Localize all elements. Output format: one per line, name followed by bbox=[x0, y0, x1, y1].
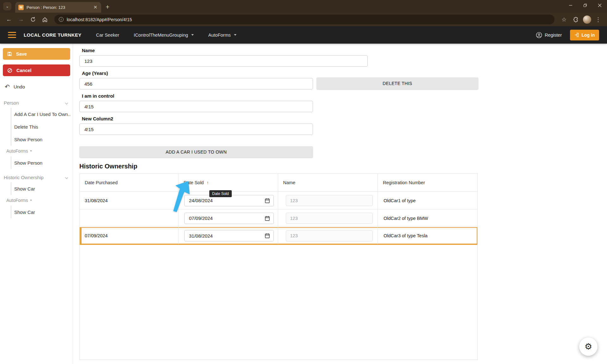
hamburger-menu-icon[interactable] bbox=[8, 32, 16, 38]
browser-window: ⌄ M Person : Person: 123 ✕ + ← → bbox=[0, 0, 607, 364]
window-minimize-button[interactable] bbox=[563, 0, 578, 11]
column-header-registration-number[interactable]: Registration Number bbox=[378, 174, 477, 191]
date-purchased-value: 31/08/2024 bbox=[80, 198, 108, 203]
table-row: 07/09/2024 OldCar2 of type BMW bbox=[80, 209, 477, 227]
favicon: M bbox=[18, 5, 24, 10]
nav-item-icontrolthemenugrouping[interactable]: IControlTheMenuGrouping bbox=[134, 33, 194, 38]
nav-item-autoforms[interactable]: AutoForms bbox=[208, 33, 236, 38]
historic-ownership-title: Historic Ownership bbox=[79, 163, 607, 170]
reload-button[interactable] bbox=[28, 15, 38, 25]
chevron-down-icon bbox=[30, 150, 32, 152]
save-floppy-icon bbox=[7, 52, 12, 56]
new-column2-field[interactable] bbox=[79, 124, 313, 135]
undo-button[interactable]: ↶ Undo bbox=[5, 84, 25, 89]
minimize-icon bbox=[569, 3, 573, 7]
url-text: localhost:8182/App#/Person/4!15 bbox=[67, 17, 132, 22]
extensions-button[interactable] bbox=[571, 15, 581, 25]
restore-icon bbox=[583, 3, 587, 7]
new-tab-button[interactable]: + bbox=[106, 4, 109, 10]
sidebar-item-add-a-car[interactable]: Add A Car I Used To Own... bbox=[14, 108, 71, 120]
historic-ownership-table: Date Purchased Date Sold ↑ Name Registra… bbox=[79, 173, 478, 360]
sidebar-item-delete-this[interactable]: Delete This bbox=[14, 120, 71, 133]
save-button[interactable]: Save bbox=[3, 48, 70, 60]
sidebar-item-show-car-autoforms[interactable]: Show Car bbox=[14, 206, 71, 218]
browser-tab-strip: ⌄ M Person : Person: 123 ✕ + bbox=[0, 0, 607, 13]
name-cell-input[interactable] bbox=[286, 195, 373, 206]
undo-arrow-icon: ↶ bbox=[5, 85, 10, 89]
profile-avatar[interactable] bbox=[583, 15, 591, 24]
window-restore-button[interactable] bbox=[578, 0, 592, 11]
registration-value: OldCar1 of type bbox=[378, 198, 416, 203]
name-label: Name bbox=[82, 48, 607, 53]
registration-value: OldCar3 of type Tesla bbox=[378, 233, 427, 238]
site-info-icon[interactable]: i bbox=[59, 17, 64, 22]
column-header-name[interactable]: Name bbox=[278, 174, 378, 191]
collapse-chevron-icon bbox=[65, 101, 68, 104]
date-sold-input[interactable]: 07/09/2024 bbox=[184, 213, 274, 224]
sidebar-item-show-car[interactable]: Show Car bbox=[14, 182, 71, 195]
settings-fab-button[interactable]: ⚙ bbox=[579, 337, 598, 356]
collapse-chevron-icon bbox=[65, 176, 68, 179]
i-am-in-control-label: I am in control bbox=[82, 93, 607, 99]
new-column2-label: New Column2 bbox=[82, 116, 607, 121]
app-navbar: LOCAL CORE TURNKEY Car Seeker IControlTh… bbox=[0, 26, 607, 44]
date-sold-tooltip: Date Sold bbox=[209, 190, 232, 197]
person-icon bbox=[536, 32, 542, 38]
reload-icon bbox=[30, 17, 36, 22]
cursor-arrow bbox=[173, 180, 191, 212]
gear-icon: ⚙ bbox=[585, 343, 592, 351]
login-button[interactable]: Log in bbox=[570, 30, 599, 40]
date-purchased-value: 07/09/2024 bbox=[80, 233, 108, 238]
sidebar-item-show-person-autoforms[interactable]: Show Person bbox=[14, 156, 71, 169]
home-button[interactable] bbox=[40, 15, 50, 25]
sidebar: Save Cancel ↶ Undo Person Add A Car I Us… bbox=[0, 44, 73, 364]
chevron-down-icon bbox=[30, 200, 32, 201]
chevron-down-icon bbox=[191, 34, 194, 36]
i-am-in-control-field[interactable] bbox=[79, 101, 313, 112]
window-close-button[interactable] bbox=[592, 0, 607, 11]
tab-close-icon[interactable]: ✕ bbox=[93, 4, 98, 10]
cancel-button[interactable]: Cancel bbox=[3, 64, 70, 76]
sidebar-item-show-person[interactable]: Show Person bbox=[14, 133, 71, 146]
address-bar[interactable]: i localhost:8182/App#/Person/4!15 bbox=[54, 15, 555, 24]
name-field[interactable] bbox=[79, 55, 368, 67]
browser-toolbar: ← → i localhost:8182/App#/Person/4!15 ☆ … bbox=[0, 13, 607, 26]
close-icon bbox=[598, 3, 602, 7]
tab-search-button[interactable]: ⌄ bbox=[3, 2, 11, 10]
sidebar-group-person[interactable]: Person bbox=[4, 98, 69, 108]
home-icon bbox=[42, 17, 48, 22]
add-a-car-button[interactable]: ADD A CAR I USED TO OWN bbox=[79, 146, 313, 158]
sidebar-group-historic-ownership[interactable]: Historic Ownership bbox=[4, 172, 69, 182]
tab-title: Person : Person: 123 bbox=[27, 5, 90, 10]
calendar-icon bbox=[265, 198, 270, 203]
date-sold-input[interactable]: 31/08/2024 bbox=[184, 230, 274, 241]
registration-value: OldCar2 of type BMW bbox=[378, 216, 428, 221]
delete-this-button[interactable]: DELETE THIS bbox=[316, 77, 478, 89]
main-content: Name Age (Years) DELETE THIS I am in con… bbox=[73, 44, 607, 364]
back-button[interactable]: ← bbox=[4, 15, 14, 25]
sidebar-subgroup-autoforms-2[interactable]: AutoForms bbox=[6, 195, 73, 206]
register-button[interactable]: Register bbox=[536, 32, 562, 38]
table-row-selected: 07/09/2024 31/08/2024 OldCar3 of type Te… bbox=[80, 227, 477, 245]
browser-tab[interactable]: M Person : Person: 123 ✕ bbox=[15, 2, 101, 13]
table-header-row: Date Purchased Date Sold ↑ Name Registra… bbox=[80, 174, 477, 192]
age-label: Age (Years) bbox=[82, 70, 313, 76]
app-brand[interactable]: LOCAL CORE TURNKEY bbox=[24, 32, 82, 38]
nav-item-car-seeker[interactable]: Car Seeker bbox=[96, 33, 119, 38]
login-icon bbox=[574, 33, 579, 37]
table-row: 31/08/2024 24/08/2024 OldCar1 of type bbox=[80, 192, 477, 209]
column-header-date-sold[interactable]: Date Sold ↑ bbox=[179, 174, 278, 191]
forward-button[interactable]: → bbox=[16, 15, 26, 25]
bookmark-star-button[interactable]: ☆ bbox=[559, 15, 569, 25]
calendar-icon bbox=[265, 216, 270, 221]
name-cell-input[interactable] bbox=[286, 230, 373, 241]
cancel-slash-icon bbox=[7, 68, 12, 73]
chevron-down-icon bbox=[234, 34, 236, 36]
calendar-icon bbox=[265, 233, 270, 238]
sidebar-subgroup-autoforms[interactable]: AutoForms bbox=[6, 146, 73, 156]
age-field[interactable] bbox=[79, 78, 313, 89]
browser-menu-button[interactable]: ⋮ bbox=[593, 15, 603, 25]
column-header-date-purchased[interactable]: Date Purchased bbox=[80, 174, 179, 191]
name-cell-input[interactable] bbox=[286, 213, 373, 224]
extensions-puzzle-icon bbox=[573, 17, 579, 22]
